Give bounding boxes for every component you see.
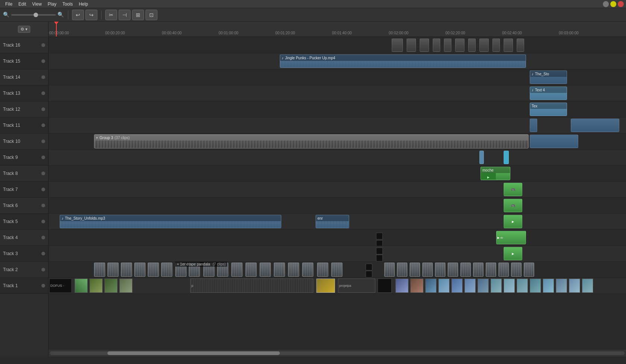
t2-clip-6[interactable] (161, 263, 172, 277)
menu-help[interactable]: Help (76, 1, 91, 7)
track1-thumb-r6[interactable] (464, 279, 476, 293)
t2-clip-20[interactable] (397, 263, 407, 277)
track1-dofus-clip[interactable]: DOFUS - (49, 279, 72, 293)
zoom-slider[interactable] (11, 14, 56, 16)
track1-thumb-2[interactable] (90, 279, 103, 293)
menu-play[interactable]: Play (45, 1, 59, 7)
track1-thumb-r10[interactable] (517, 279, 528, 293)
track1-thumb-r12[interactable] (543, 279, 554, 293)
menu-file[interactable]: File (2, 1, 15, 7)
t2-clip-27[interactable] (486, 263, 496, 277)
fit-button[interactable]: ⊡ (145, 10, 157, 20)
track12-clip[interactable]: Tex (530, 103, 567, 116)
track16-clip-3[interactable] (420, 38, 429, 52)
t2-clip-5[interactable] (148, 263, 159, 277)
track1-p-clip[interactable]: p (190, 279, 313, 293)
zoom-slider-thumb[interactable] (34, 13, 38, 17)
zoom-icon[interactable]: 🔍 (57, 12, 64, 18)
horizontal-scrollbar[interactable] (50, 351, 625, 355)
track1-thumb-r8[interactable] (491, 279, 502, 293)
track1-black-square[interactable] (378, 279, 392, 293)
t2-clip-12[interactable] (245, 263, 257, 277)
redo-button[interactable]: ↪ (85, 10, 97, 20)
track1-thumb-r11[interactable] (530, 279, 541, 293)
t2-keyframe-2[interactable] (366, 271, 372, 277)
track1-projetpa-clip[interactable]: projetpa (338, 279, 375, 293)
undo-button[interactable]: ↩ (72, 10, 84, 20)
track-11-lock[interactable] (41, 123, 45, 127)
track1-thumb-r15[interactable] (582, 279, 593, 293)
t2-clip-1[interactable] (94, 263, 105, 277)
track16-clip-2[interactable] (407, 38, 416, 52)
track1-thumb-r14[interactable] (569, 279, 580, 293)
notification-icon[interactable] (603, 1, 609, 7)
track-16-lock[interactable] (41, 43, 45, 47)
track1-thumb-3[interactable] (104, 279, 118, 293)
track16-clip-9[interactable] (492, 38, 500, 52)
track-2-lock[interactable] (41, 268, 45, 272)
track1-thumb-r9[interactable] (504, 279, 515, 293)
track-13-lock[interactable] (41, 91, 45, 95)
menu-edit[interactable]: Edit (15, 1, 29, 7)
track-15-lock[interactable] (41, 59, 45, 63)
t2-clip-14[interactable] (274, 263, 285, 277)
track1-thumb-r2[interactable] (410, 279, 423, 293)
expand-icon[interactable]: + (96, 136, 98, 140)
track1-thumb-r7[interactable] (478, 279, 489, 293)
t2-clip-3[interactable] (121, 263, 132, 277)
track3-keyframe-1[interactable] (376, 248, 383, 254)
track5-green-clip[interactable]: ▶ (504, 215, 522, 228)
track-9-lock[interactable] (41, 156, 45, 159)
track-6-lock[interactable] (41, 204, 45, 207)
track16-clip-4[interactable] (433, 38, 440, 52)
t2-clip-25[interactable] (460, 263, 471, 277)
track-1-lock[interactable] (41, 284, 45, 288)
timeline-ruler[interactable]: 00:00:00:00 00:00:20:00 00:00:40:00 00:0… (48, 22, 626, 37)
track8-green-clip[interactable]: moche ▶ (481, 167, 510, 180)
track1-thumb-r4[interactable] (438, 279, 450, 293)
track9-marker2[interactable] (504, 151, 509, 164)
track10-group-clip[interactable]: + Group 3 (37 clips) (94, 134, 529, 148)
track1-thumb-r3[interactable] (425, 279, 436, 293)
track4-keyframe-1[interactable] (376, 233, 383, 239)
track9-marker1[interactable] (479, 151, 484, 164)
track3-keyframe-2[interactable] (376, 255, 383, 261)
track1-thumb-r5[interactable] (451, 279, 463, 293)
t2-clip-11[interactable] (231, 263, 242, 277)
warning-icon[interactable] (610, 1, 616, 7)
track11-clip[interactable] (530, 119, 537, 132)
track16-clip-11[interactable] (517, 38, 524, 52)
t2-clip-4[interactable] (134, 263, 145, 277)
track15-audio-clip[interactable]: ♪ Jingle Punks - Pucker Up.mp4 (280, 54, 526, 68)
settings-button[interactable]: ⚙ ▾ (18, 26, 30, 33)
add-button[interactable]: ⊞ (132, 10, 144, 20)
t2-clip-17[interactable] (317, 263, 328, 277)
menu-tools[interactable]: Tools (59, 1, 76, 7)
track-10-lock[interactable] (41, 139, 45, 143)
menu-view[interactable]: View (29, 1, 45, 7)
track4-green-clip[interactable]: ▶ m (496, 231, 526, 244)
track16-clip-7[interactable] (468, 38, 476, 52)
power-icon[interactable] (618, 1, 624, 7)
track-7-lock[interactable] (41, 188, 45, 191)
t2-clip-24[interactable] (448, 263, 458, 277)
track3-green-clip[interactable]: ▶ (504, 247, 522, 260)
t2-clip-19[interactable] (384, 263, 395, 277)
playhead[interactable] (56, 22, 57, 37)
track5-enr-clip[interactable]: enr (316, 215, 349, 228)
track-8-lock[interactable] (41, 172, 45, 175)
cut-button[interactable]: ✂ (105, 10, 117, 20)
track-3-lock[interactable] (41, 252, 45, 255)
track1-thumb-1[interactable] (75, 279, 88, 293)
track-5-lock[interactable] (41, 220, 45, 223)
track16-clip-6[interactable] (455, 38, 464, 52)
t2-clip-26[interactable] (473, 263, 483, 277)
track-12-lock[interactable] (41, 107, 45, 111)
track1-thumb-4[interactable] (119, 279, 132, 293)
track6-clip[interactable]: 🎮 (504, 199, 522, 212)
track5-audio-clip[interactable]: ♪ The_Story_Unfolds.mp3 (60, 215, 281, 228)
track1-golden-thumb[interactable] (316, 279, 335, 293)
track1-thumb-r1[interactable] (395, 279, 409, 293)
t2-clip-29[interactable] (511, 263, 522, 277)
t2-clip-2[interactable] (107, 263, 119, 277)
